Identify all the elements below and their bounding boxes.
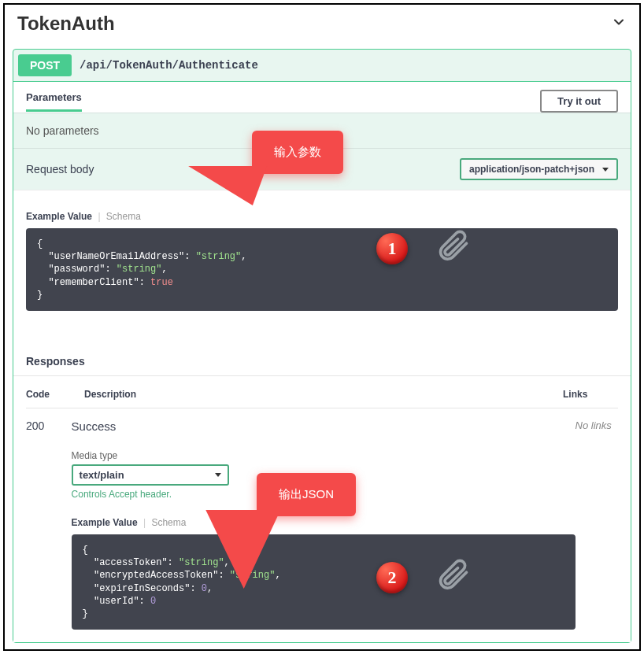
response-example-block: Example Value | Schema { "accessToken": … (72, 517, 576, 630)
section-header[interactable]: TokenAuth (5, 5, 639, 49)
response-description: Success (72, 419, 576, 433)
content-type-value: application/json-patch+json (469, 164, 594, 175)
responses-header: Responses (13, 330, 631, 376)
media-type-select[interactable]: text/plain (72, 464, 229, 486)
response-code: 200 (26, 419, 72, 630)
tab-separator: | (98, 211, 100, 222)
chevron-down-icon[interactable] (611, 14, 627, 34)
section-title: TokenAuth (17, 13, 115, 35)
request-example-section: Example Value | Schema { "userNameOrEmai… (13, 190, 631, 330)
accept-header-hint: Controls Accept header. (72, 489, 576, 500)
response-links: No links (576, 419, 618, 630)
operation-summary[interactable]: POST /api/TokenAuth/Authenticate (13, 50, 631, 82)
col-description-header: Description (84, 389, 563, 400)
tab-example-value[interactable]: Example Value (26, 211, 92, 222)
content-type-select[interactable]: application/json-patch+json (460, 158, 618, 180)
request-example-code[interactable]: { "userNameOrEmailAddress": "string", "p… (26, 228, 618, 311)
response-row: 200 Success Media type text/plain Contro… (26, 408, 618, 630)
responses-head-row: Code Description Links (26, 376, 618, 408)
request-body-label: Request body (26, 163, 94, 176)
responses-table: Code Description Links 200 Success Media… (13, 376, 631, 642)
media-type-block: Media type text/plain Controls Accept he… (72, 450, 576, 500)
col-links-header: Links (563, 389, 618, 400)
parameters-tab: Parameters (26, 91, 82, 112)
media-type-value: text/plain (80, 469, 124, 481)
http-method-badge: POST (18, 54, 72, 76)
tab-schema[interactable]: Schema (106, 211, 141, 222)
request-body-row: Request body application/json-patch+json (13, 148, 631, 190)
response-description-cell: Success Media type text/plain Controls A… (72, 419, 576, 630)
col-code-header: Code (26, 389, 84, 400)
tab-schema[interactable]: Schema (151, 517, 186, 528)
app-frame: TokenAuth POST /api/TokenAuth/Authentica… (3, 3, 641, 651)
operation-block: POST /api/TokenAuth/Authenticate Paramet… (13, 49, 631, 643)
try-it-out-button[interactable]: Try it out (540, 90, 618, 113)
tab-example-value[interactable]: Example Value (72, 517, 138, 528)
chevron-down-icon (215, 473, 221, 477)
media-type-label: Media type (72, 450, 576, 461)
tab-separator: | (143, 517, 146, 528)
model-tabs: Example Value | Schema (26, 211, 618, 222)
parameters-header: Parameters Try it out (13, 82, 631, 113)
model-tabs: Example Value | Schema (72, 517, 576, 528)
no-parameters-text: No parameters (13, 113, 631, 148)
response-example-code[interactable]: { "accessToken": "string", "encryptedAcc… (72, 534, 576, 630)
endpoint-path: /api/TokenAuth/Authenticate (80, 59, 258, 72)
